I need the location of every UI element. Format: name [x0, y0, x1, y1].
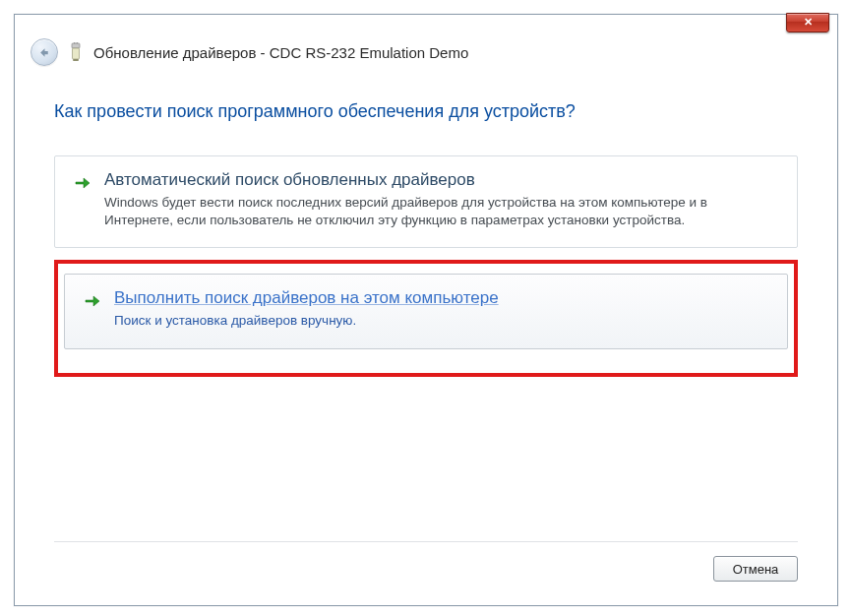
arrow-right-icon [75, 175, 91, 191]
cancel-button[interactable]: Отмена [713, 556, 798, 582]
arrow-right-icon [85, 293, 100, 309]
svg-rect-0 [72, 43, 80, 48]
option-manual-search-desc: Поиск и установка драйверов вручную. [114, 312, 499, 330]
dialog-content: Как провести поиск программного обеспече… [15, 80, 837, 603]
option-auto-search[interactable]: Автоматический поиск обновленных драйвер… [54, 155, 798, 248]
close-button[interactable]: ✕ [786, 13, 829, 32]
option-manual-search-body: Выполнить поиск драйверов на этом компью… [114, 288, 499, 330]
option-auto-search-desc: Windows будет вести поиск последних верс… [104, 194, 777, 229]
option-auto-search-body: Автоматический поиск обновленных драйвер… [104, 170, 777, 229]
svg-rect-2 [77, 42, 78, 44]
dialog-footer: Отмена [54, 541, 798, 582]
close-icon: ✕ [804, 16, 813, 28]
dialog-title: Обновление драйверов - CDC RS-232 Emulat… [93, 44, 468, 61]
back-arrow-icon [38, 46, 51, 59]
back-button[interactable] [30, 38, 58, 66]
option-auto-search-title: Автоматический поиск обновленных драйвер… [104, 170, 777, 190]
device-icon [68, 42, 84, 62]
dialog-header: Обновление драйверов - CDC RS-232 Emulat… [15, 21, 837, 80]
svg-rect-1 [74, 42, 75, 44]
svg-rect-4 [73, 59, 79, 61]
option-manual-search-title: Выполнить поиск драйверов на этом компью… [114, 288, 499, 308]
page-title: Как провести поиск программного обеспече… [54, 101, 798, 122]
dialog-window: ✕ Обновление драйверов - CDC RS-232 Emul… [14, 14, 838, 606]
svg-rect-3 [73, 48, 80, 59]
highlight-annotation: Выполнить поиск драйверов на этом компью… [54, 260, 798, 376]
option-manual-search[interactable]: Выполнить поиск драйверов на этом компью… [64, 274, 788, 348]
